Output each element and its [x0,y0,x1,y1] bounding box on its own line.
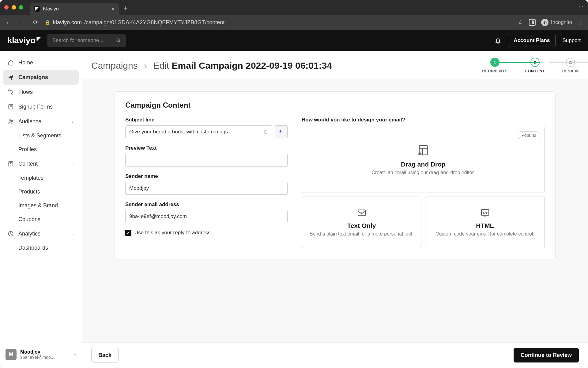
url-path: /campaign/01GDAK4A2YG8NQEFMYTYJZB8GT/con… [84,19,224,26]
content-icon [7,160,14,167]
account-name: Moodjoy [20,349,55,355]
updown-icon: ˄˅ [74,352,76,357]
step-label: CONTENT [525,69,545,73]
sidebar: Home Campaigns Flows Signup Forms Audien… [0,51,82,368]
chevron-down-icon: ⌄ [71,119,74,124]
logo[interactable]: klaviyo [7,36,41,45]
window-maximize-icon[interactable] [19,5,23,10]
search-placeholder: Search for someone... [52,37,103,44]
window-close-icon[interactable] [4,5,9,10]
chevron-down-icon: ⌄ [71,161,74,166]
sender-email-input[interactable] [125,210,288,223]
new-tab-button[interactable]: + [124,4,128,12]
option-title: Drag and Drop [401,161,446,168]
tabs-menu-icon[interactable]: ﹀ [579,4,584,11]
sidebar-item-signup-forms[interactable]: Signup Forms [3,99,79,114]
design-option-html[interactable]: HTML Custom-code your email for complete… [425,197,545,248]
sidebar-item-label: Products [18,189,40,195]
bookmark-icon[interactable]: ☆ [518,19,523,26]
stepper: 1 RECIPIENTS 2 CONTENT 3 REVIEW [482,58,579,73]
sender-name-label: Sender name [125,173,288,179]
browser-menu-icon[interactable]: ⋮ [578,18,584,26]
sidebar-item-flows[interactable]: Flows [3,85,79,99]
breadcrumb-action: Edit [153,60,169,71]
flows-icon [7,89,14,95]
reply-to-label: Use this as your reply-to address [134,230,211,236]
window-minimize-icon[interactable] [12,5,16,10]
preview-text-input[interactable] [125,154,288,167]
sidebar-item-profiles[interactable]: Profiles [3,143,79,156]
option-desc: Send a plain text email for a more perso… [310,231,414,237]
svg-point-8 [9,120,11,121]
emoji-icon[interactable]: ☺ [263,129,269,135]
sidebar-item-products[interactable]: Products [3,185,79,199]
reply-to-checkbox[interactable]: ✓ Use this as your reply-to address [125,230,288,236]
browser-tab[interactable]: Klaviyo × [30,3,119,15]
forward-button[interactable]: → [18,19,26,26]
tab-close-icon[interactable]: × [111,6,115,12]
step-content[interactable]: 2 CONTENT [525,58,545,73]
account-plans-button[interactable]: Account Plans [508,34,556,47]
account-switcher[interactable]: M Moodjoy 9ba4e9ef@moo... ˄˅ [3,345,79,364]
sidebar-item-label: Home [18,59,33,66]
sender-email-label: Sender email address [125,201,288,208]
ai-suggest-button[interactable] [275,125,288,138]
app-header: klaviyo Search for someone... Account Pl… [0,30,588,51]
back-button[interactable]: Back [91,348,119,362]
incognito-label: Incognito [551,19,572,25]
sidebar-item-analytics[interactable]: Analytics ⌄ [3,226,79,241]
svg-point-3 [9,90,10,91]
sidebar-item-images-brand[interactable]: Images & Brand [3,199,79,213]
svg-point-4 [12,93,13,94]
checkbox-checked-icon: ✓ [125,230,131,236]
sidebar-item-campaigns[interactable]: Campaigns [3,70,79,85]
notifications-icon[interactable] [495,37,501,44]
card-heading: Campaign Content [125,101,545,109]
sidebar-item-label: Coupons [18,216,40,222]
sidebar-item-home[interactable]: Home [3,55,79,70]
sidebar-item-label: Content [18,161,38,167]
step-recipients[interactable]: 1 RECIPIENTS [482,58,507,73]
step-label: REVIEW [562,69,579,73]
sidebar-item-label: Profiles [18,146,37,152]
svg-marker-0 [35,7,39,11]
breadcrumb-root[interactable]: Campaigns [91,60,138,71]
subject-line-input[interactable] [125,125,272,138]
sidebar-item-audience[interactable]: Audience ⌄ [3,114,79,129]
reload-button[interactable]: ⟳ [31,19,40,26]
audience-icon [7,118,14,125]
sidebar-item-label: Signup Forms [18,104,53,110]
sidebar-item-label: Flows [18,89,33,95]
sidebar-item-lists-segments[interactable]: Lists & Segments [3,129,79,143]
svg-point-9 [11,120,13,121]
logo-icon [36,37,41,41]
design-option-text-only[interactable]: T Text Only Send a plain text email for … [302,197,421,248]
step-review[interactable]: 3 REVIEW [562,58,579,73]
favicon-icon [34,6,40,12]
sidebar-item-label: Images & Brand [18,202,58,209]
sidebar-item-templates[interactable]: Templates [3,171,79,185]
search-input[interactable]: Search for someone... [47,34,126,47]
design-question-label: How would you like to design your email? [302,117,545,123]
sidebar-item-label: Audience [18,118,41,125]
back-button[interactable]: ← [4,19,13,26]
extensions-icon[interactable] [529,19,536,26]
sidebar-item-content[interactable]: Content ⌄ [3,156,79,171]
url-host: klaviyo.com [53,19,82,26]
design-option-drag-drop[interactable]: Popular Drag and Drop Create an email us… [302,127,545,193]
sidebar-item-coupons[interactable]: Coupons [3,213,79,226]
incognito-indicator[interactable]: ◐ Incognito [541,19,572,26]
home-icon [7,59,14,66]
tab-title: Klaviyo [43,6,59,12]
sidebar-item-dashboards[interactable]: Dashboards [3,241,79,255]
svg-text:T: T [360,211,363,215]
continue-button[interactable]: Continue to Review [514,348,579,362]
form-icon [7,103,14,110]
option-desc: Create an email using our drag-and-drop … [371,170,475,175]
address-bar[interactable]: 🔒 klaviyo.com/campaign/01GDAK4A2YG8NQEFM… [45,19,513,26]
sidebar-item-label: Analytics [18,231,40,237]
support-link[interactable]: Support [562,37,581,44]
sidebar-item-label: Dashboards [18,245,48,251]
page-footer: Back Continue to Review [82,342,588,368]
sender-name-input[interactable] [125,182,288,195]
